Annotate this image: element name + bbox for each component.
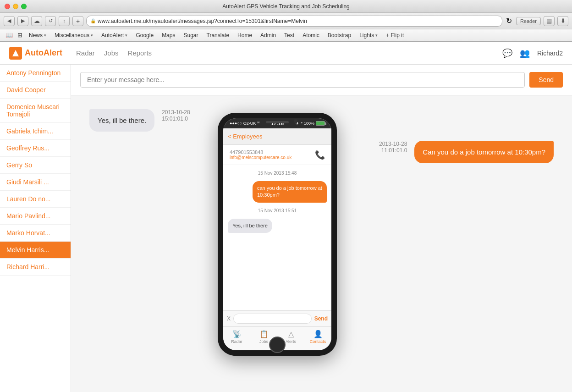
address-bar[interactable]: 🔒 www.autoalert.me.uk/myautoalert/messag…	[86, 16, 502, 27]
browser-titlebar: AutoAlert GPS Vehicle Tracking and Job S…	[0, 0, 572, 13]
app-nav: Radar Jobs Reports	[76, 48, 152, 58]
traffic-lights	[5, 4, 27, 9]
sidebar-toggle[interactable]: ▤	[544, 16, 555, 26]
phone-speaker	[266, 121, 289, 123]
cloud-icon[interactable]: ☁	[31, 16, 42, 26]
bookmark-miscellaneous[interactable]: Miscellaneous	[51, 31, 97, 39]
contact-sidebar: Antony Pennington David Cooper Domenico …	[0, 65, 71, 392]
phone-mockup: ●●●○○ O2-UK ᵂ 17:16 ✈ * 100% < Employ	[144, 90, 264, 333]
bookmark-flipit[interactable]: + Flip it	[382, 31, 407, 39]
svg-marker-0	[12, 50, 19, 56]
browser-chrome: AutoAlert GPS Vehicle Tracking and Job S…	[0, 0, 572, 42]
phone-contact-phone: 447901553848	[230, 149, 292, 155]
bookmark-home[interactable]: Home	[234, 31, 256, 39]
phone-body: ●●●○○ O2-UK ᵂ 17:16 ✈ * 100% < Employ	[218, 113, 337, 356]
phone-send-button[interactable]: Send	[314, 315, 328, 322]
browser-title: AutoAlert GPS Vehicle Tracking and Job S…	[222, 3, 350, 10]
bookmarks-left: 📖 ⊞ News Miscellaneous AutoAlert Google …	[4, 31, 407, 39]
phone-status-icons: ✈ * 100%	[284, 121, 325, 126]
phone-battery-icon	[316, 121, 325, 126]
alerts-tab-label: Alerts	[286, 339, 296, 344]
phone-contact-email[interactable]: info@melscomputercare.co.uk	[230, 155, 292, 160]
bookmark-google[interactable]: Google	[132, 31, 157, 39]
phone-call-icon[interactable]: 📞	[315, 150, 325, 160]
phone-date-1: 15 Nov 2013 15:48	[228, 171, 327, 176]
bookmark-atomic[interactable]: Atomic	[299, 31, 323, 39]
notifications-icon[interactable]: 💬	[502, 48, 512, 58]
message-input[interactable]	[80, 72, 525, 88]
phone-date-2: 15 Nov 2013 15:51	[228, 208, 327, 213]
grid-icon[interactable]: ⊞	[16, 32, 24, 39]
phone-tab-contacts[interactable]: 👤 Contacts	[304, 330, 331, 344]
app-container: AutoAlert Radar Jobs Reports 💬 👥 Richard…	[0, 42, 572, 392]
history-icon[interactable]: ↺	[45, 16, 56, 26]
download-icon[interactable]: ⬇	[557, 16, 568, 26]
new-tab-button[interactable]: +	[72, 16, 83, 26]
phone-message-input[interactable]	[233, 314, 312, 324]
phone-clear-button[interactable]: X	[227, 315, 231, 322]
sidebar-item-david[interactable]: David Cooper	[0, 82, 71, 99]
sidebar-item-melvin[interactable]: Melvin Harris...	[0, 242, 71, 259]
send-button[interactable]: Send	[529, 72, 563, 88]
phone-bluetooth-icon: *	[301, 121, 302, 126]
sidebar-item-geoffrey[interactable]: Geoffrey Rus...	[0, 140, 71, 157]
phone-battery-label: 100%	[304, 121, 314, 126]
phone-status-bar: ●●●○○ O2-UK ᵂ 17:16 ✈ * 100%	[223, 118, 331, 128]
forward-button[interactable]: ▶	[17, 16, 28, 26]
close-button[interactable]	[5, 4, 10, 9]
sidebar-item-gerry[interactable]: Gerry So	[0, 157, 71, 174]
sidebar-item-lauren[interactable]: Lauren Do no...	[0, 191, 71, 208]
nav-reports[interactable]: Reports	[128, 48, 152, 58]
main-content: Antony Pennington David Cooper Domenico …	[0, 65, 572, 392]
app-header: AutoAlert Radar Jobs Reports 💬 👥 Richard…	[0, 42, 572, 65]
bookmark-maps[interactable]: Maps	[158, 31, 179, 39]
minimize-button[interactable]	[13, 4, 18, 9]
bookmark-sugar[interactable]: Sugar	[180, 31, 202, 39]
phone-screen: ●●●○○ O2-UK ᵂ 17:16 ✈ * 100% < Employ	[223, 118, 331, 350]
refresh-icon[interactable]: ↻	[505, 17, 513, 25]
phone-back-button[interactable]: < Employees	[228, 133, 263, 140]
sidebar-item-mario[interactable]: Mario Pavlind...	[0, 208, 71, 225]
sidebar-item-giudi[interactable]: Giudi Marsili ...	[0, 174, 71, 191]
radar-tab-label: Radar	[231, 339, 242, 344]
bookmark-lights[interactable]: Lights	[356, 31, 381, 39]
logo-text: AutoAlert	[25, 48, 62, 58]
nav-radar[interactable]: Radar	[76, 48, 95, 58]
app-logo: AutoAlert	[9, 47, 62, 60]
sidebar-item-gabriela[interactable]: Gabriela Ichim...	[0, 123, 71, 140]
bookmark-bootstrap[interactable]: Bootstrap	[324, 31, 355, 39]
url-text: www.autoalert.me.uk/myautoalert/messages…	[98, 18, 307, 24]
bookmark-autoalert[interactable]: AutoAlert	[98, 31, 131, 39]
message-bubble-outgoing: Can you do a job tomorrow at 10:30pm?	[414, 141, 554, 163]
app-header-right: 💬 👥 Richard2	[502, 48, 563, 58]
sidebar-item-antony[interactable]: Antony Pennington	[0, 65, 71, 82]
bookmark-test[interactable]: Test	[280, 31, 298, 39]
bookmark-admin[interactable]: Admin	[257, 31, 280, 39]
alerts-tab-icon: △	[288, 330, 294, 338]
sidebar-item-marko[interactable]: Marko Horvat...	[0, 225, 71, 242]
back-button[interactable]: ◀	[4, 16, 15, 26]
phone-home-button[interactable]	[269, 337, 286, 353]
phone-bubble-received: Yes, i'll be there	[228, 219, 272, 233]
sidebar-item-richard[interactable]: Richard Harri...	[0, 259, 71, 276]
phone-contact-info: 447901553848 info@melscomputercare.co.uk…	[223, 145, 331, 165]
maximize-button[interactable]	[21, 4, 27, 9]
jobs-tab-icon: 📋	[259, 330, 269, 338]
reader-button[interactable]: Reader	[516, 17, 541, 25]
logo-icon	[9, 47, 22, 60]
nav-jobs[interactable]: Jobs	[104, 48, 119, 58]
phone-carrier: ●●●○○ O2-UK ᵂ	[230, 121, 271, 126]
header-username[interactable]: Richard2	[537, 50, 563, 57]
reader-list-icon[interactable]: 📖	[4, 32, 15, 39]
browser-toolbar: ◀ ▶ ☁ ↺ ↑ + 🔒 www.autoalert.me.uk/myauto…	[0, 13, 572, 29]
phone-nav-bar: < Employees	[223, 128, 331, 145]
phone-tab-radar[interactable]: 📡 Radar	[223, 330, 250, 344]
bookmark-translate[interactable]: Translate	[203, 31, 233, 39]
message-meta-outgoing: 2013-10-28 11:01:01.0	[379, 141, 407, 154]
users-icon[interactable]: 👥	[520, 48, 530, 58]
lock-icon: 🔒	[90, 18, 96, 23]
phone-input-bar: X Send	[223, 310, 331, 326]
share-icon[interactable]: ↑	[59, 16, 70, 26]
bookmark-news[interactable]: News	[25, 31, 50, 39]
sidebar-item-domenico[interactable]: Domenico Muscari Tomajoli	[0, 99, 71, 123]
